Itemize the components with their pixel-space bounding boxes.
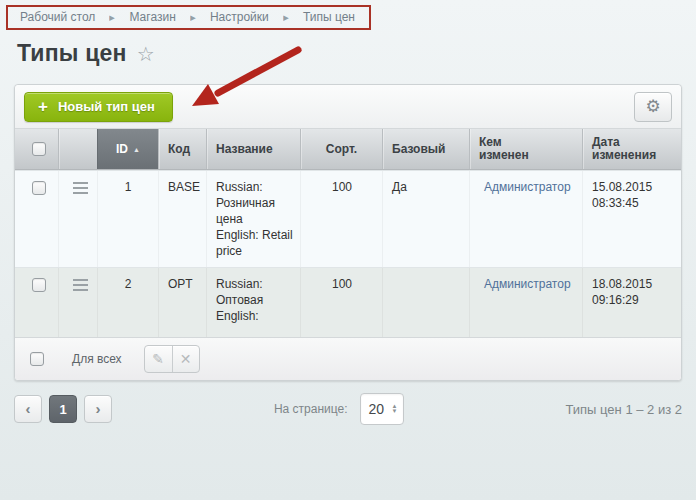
header-checkbox-cell [15,129,58,169]
pagination-bar: ‹ 1 › На странице: 20 ▲ ▼ Типы цен 1 – 2… [14,393,682,425]
column-header-id-label: ID [116,143,128,156]
admin-page: Рабочий стол ▶ Магазин ▶ Настройки ▶ Тип… [0,0,696,500]
cell-time: 09:16:29 [592,292,677,308]
breadcrumb-separator-icon: ▶ [110,13,116,21]
cell-modified-by: Администратор [469,268,582,337]
table-row: 1 BASE Russian: Розничная цена English: … [15,170,681,267]
sort-asc-icon: ▲ [133,143,140,156]
column-header-modified-by[interactable]: Кем изменен [469,129,582,169]
page-title: Типы цен [17,40,127,67]
column-header-code[interactable]: Код [158,129,206,169]
table-footer: Для всех ✎ ✕ [15,337,681,380]
spinner-icon: ▲ ▼ [392,404,398,414]
row-menu-button[interactable] [58,268,97,337]
for-all-label: Для всех [72,352,122,366]
per-page-control: На странице: 20 ▲ ▼ [274,393,404,425]
breadcrumb-item-desktop[interactable]: Рабочий стол [20,10,95,24]
column-header-modified-date[interactable]: Дата изменения [582,129,681,169]
table-settings-button[interactable]: ⚙ [634,92,672,122]
page-nav: ‹ 1 › [14,395,112,423]
cell-time: 08:33:45 [592,195,677,211]
price-types-panel: + Новый тип цен ⚙ ID ▲ Код Название Сорт… [14,84,682,381]
cell-id: 1 [97,171,158,267]
breadcrumb-separator-icon: ▶ [283,13,289,21]
column-header-sort[interactable]: Сорт. [300,129,382,169]
cell-modified-date: 18.08.2015 09:16:29 [582,268,681,337]
cell-name: Russian: Оптовая English: [206,268,300,337]
row-menu-button[interactable] [58,171,97,267]
row-checkbox[interactable] [32,278,46,292]
toolbar: + Новый тип цен ⚙ [15,85,681,129]
edit-icon: ✎ [152,351,164,367]
new-price-type-button[interactable]: + Новый тип цен [24,92,173,122]
modified-by-link[interactable]: Администратор [484,277,571,291]
cell-base [382,268,469,337]
table-header: ID ▲ Код Название Сорт. Базовый Кем изме… [15,129,681,170]
per-page-value: 20 [369,401,392,417]
per-page-label: На странице: [274,402,348,416]
breadcrumb-item-settings[interactable]: Настройки [210,10,269,24]
cell-modified-date: 15.08.2015 08:33:45 [582,171,681,267]
per-page-select[interactable]: 20 ▲ ▼ [360,393,404,425]
column-header-id[interactable]: ID ▲ [97,129,158,169]
hamburger-icon [73,182,88,194]
cell-date: 15.08.2015 [592,179,677,195]
cell-base: Да [382,171,469,267]
gear-icon: ⚙ [645,98,660,115]
cell-sort: 100 [300,171,382,267]
row-checkbox-cell [15,171,58,267]
select-all-footer-checkbox[interactable] [30,352,44,366]
records-summary: Типы цен 1 – 2 из 2 [565,402,682,417]
cell-name: Russian: Розничная цена English: Retail … [206,171,300,267]
header-menu-cell [58,129,97,169]
footer-checkbox-cell [15,352,58,366]
breadcrumb: Рабочий стол ▶ Магазин ▶ Настройки ▶ Тип… [6,5,371,30]
column-header-modified-by-label: Кем изменен [479,136,537,162]
cell-sort: 100 [300,268,382,337]
cell-name-russian: Russian: Розничная цена [216,179,296,227]
plus-icon: + [38,98,48,115]
cell-name-english: English: Retail price [216,227,296,259]
current-page-button[interactable]: 1 [49,395,77,423]
edit-button[interactable]: ✎ [145,346,172,372]
bulk-actions-group: ✎ ✕ [144,345,200,373]
breadcrumb-separator-icon: ▶ [190,13,196,21]
cell-code: BASE [158,171,206,267]
cell-name-english: English: [216,308,296,324]
delete-button[interactable]: ✕ [172,346,199,372]
cell-id: 2 [97,268,158,337]
breadcrumb-item-shop[interactable]: Магазин [129,10,175,24]
breadcrumb-item-price-types[interactable]: Типы цен [303,10,355,24]
cell-code: OPT [158,268,206,337]
cell-date: 18.08.2015 [592,276,677,292]
next-page-button[interactable]: › [84,395,112,423]
new-price-type-label: Новый тип цен [58,99,155,114]
close-icon: ✕ [180,351,192,367]
prev-page-button[interactable]: ‹ [14,395,42,423]
modified-by-link[interactable]: Администратор [484,180,571,194]
table-row: 2 OPT Russian: Оптовая English: 100 Адми… [15,267,681,337]
cell-modified-by: Администратор [469,171,582,267]
column-header-name[interactable]: Название [206,129,300,169]
favorite-star-icon[interactable]: ☆ [137,44,155,64]
row-checkbox[interactable] [32,181,46,195]
hamburger-icon [73,279,88,291]
row-checkbox-cell [15,268,58,337]
column-header-base[interactable]: Базовый [382,129,469,169]
cell-name-russian: Russian: Оптовая [216,276,296,308]
column-header-modified-date-label: Дата изменения [592,136,664,162]
select-all-checkbox[interactable] [32,142,46,156]
